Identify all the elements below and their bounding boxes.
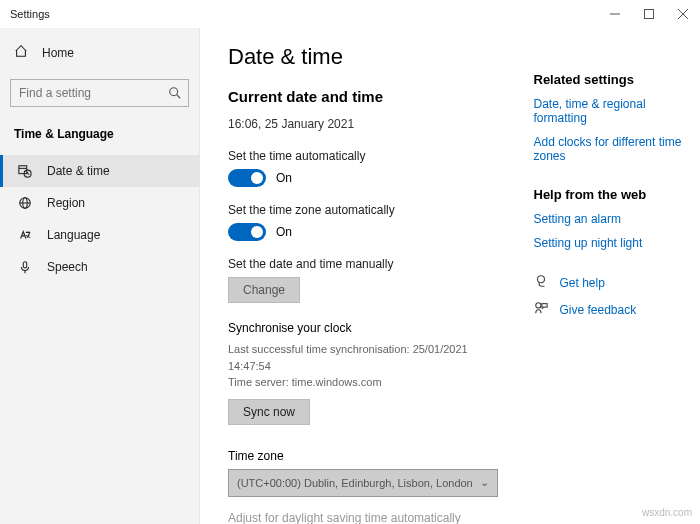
current-heading: Current date and time [228,88,506,105]
sync-now-button[interactable]: Sync now [228,399,310,425]
current-datetime: 16:06, 25 January 2021 [228,117,506,131]
content-area: Date & time Current date and time 16:06,… [200,28,700,524]
auto-time-state: On [276,171,292,185]
get-help-label: Get help [560,276,605,290]
watermark: wsxdn.com [642,507,692,518]
svg-point-15 [537,276,544,283]
minimize-button[interactable] [598,0,632,28]
category-heading: Time & Language [0,121,199,155]
tz-heading: Time zone [228,449,506,463]
home-button[interactable]: Home [0,36,199,69]
help-web-heading: Help from the web [534,187,701,202]
timezone-value: (UTC+00:00) Dublin, Edinburgh, Lisbon, L… [237,477,473,489]
svg-rect-1 [645,10,654,19]
home-icon [14,44,28,61]
sidebar-item-region[interactable]: Region [0,187,199,219]
change-button: Change [228,277,300,303]
feedback-icon [534,301,548,318]
search-icon [168,86,182,104]
auto-tz-label: Set the time zone automatically [228,203,506,217]
svg-line-5 [177,95,181,99]
sidebar-item-date-time[interactable]: Date & time [0,155,199,187]
language-icon [17,228,33,242]
sidebar-item-label: Language [47,228,100,242]
auto-tz-state: On [276,225,292,239]
close-button[interactable] [666,0,700,28]
dst-label: Adjust for daylight saving time automati… [228,511,506,525]
auto-tz-toggle-row: On [228,223,506,241]
window-title: Settings [10,8,50,20]
svg-rect-14 [23,262,27,268]
auto-tz-toggle[interactable] [228,223,266,241]
feedback-label: Give feedback [560,303,637,317]
get-help-row[interactable]: Get help [534,274,701,291]
help-icon [534,274,548,291]
link-regional-formatting[interactable]: Date, time & regional formatting [534,97,701,125]
microphone-icon [17,260,33,274]
svg-rect-17 [541,304,546,308]
home-label: Home [42,46,74,60]
auto-time-label: Set the time automatically [228,149,506,163]
window-buttons [598,0,700,28]
link-add-clocks[interactable]: Add clocks for different time zones [534,135,701,163]
related-section: Related settings Date, time & regional f… [534,72,701,163]
chevron-down-icon: ⌄ [480,476,489,489]
main-column: Date & time Current date and time 16:06,… [228,44,506,524]
search-wrap [10,79,189,107]
search-input[interactable] [10,79,189,107]
maximize-button[interactable] [632,0,666,28]
page-title: Date & time [228,44,506,70]
auto-time-toggle[interactable] [228,169,266,187]
sidebar: Home Time & Language Date & time Region … [0,28,200,524]
sidebar-item-label: Region [47,196,85,210]
sync-last: Last successful time synchronisation: 25… [228,341,506,374]
sidebar-item-language[interactable]: Language [0,219,199,251]
sync-server: Time server: time.windows.com [228,374,506,391]
sync-heading: Synchronise your clock [228,321,506,335]
sidebar-item-label: Date & time [47,164,110,178]
calendar-clock-icon [17,164,33,178]
feedback-row[interactable]: Give feedback [534,301,701,318]
globe-icon [17,196,33,210]
svg-point-16 [535,303,540,308]
related-heading: Related settings [534,72,701,87]
timezone-select: (UTC+00:00) Dublin, Edinburgh, Lisbon, L… [228,469,498,497]
help-web-section: Help from the web Setting an alarm Setti… [534,187,701,250]
link-setting-alarm[interactable]: Setting an alarm [534,212,701,226]
svg-line-10 [28,174,30,175]
auto-time-toggle-row: On [228,169,506,187]
sidebar-item-speech[interactable]: Speech [0,251,199,283]
right-column: Related settings Date, time & regional f… [534,44,701,524]
link-night-light[interactable]: Setting up night light [534,236,701,250]
sidebar-item-label: Speech [47,260,88,274]
titlebar: Settings [0,0,700,28]
main-container: Home Time & Language Date & time Region … [0,28,700,524]
svg-point-4 [170,88,178,96]
svg-rect-6 [19,166,27,174]
sync-info: Last successful time synchronisation: 25… [228,341,506,391]
manual-label: Set the date and time manually [228,257,506,271]
